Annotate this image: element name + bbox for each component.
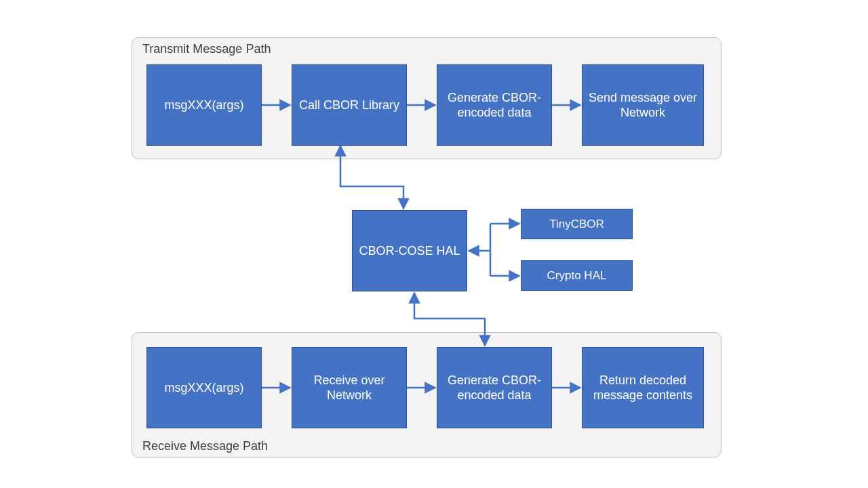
hal-block: CBOR-COSE HAL <box>352 210 467 291</box>
tx-lib-label: Call CBOR Library <box>299 98 399 113</box>
tx-lib-block: Call CBOR Library <box>292 64 407 146</box>
tx-msg-label: msgXXX(args) <box>164 98 243 113</box>
rx-gen-block: Generate CBOR-encoded data <box>437 347 552 428</box>
tinycbor-label: TinyCBOR <box>549 217 604 231</box>
rx-msg-label: msgXXX(args) <box>164 380 243 396</box>
rx-return-block: Return decoded message contents <box>582 347 704 428</box>
rx-msg-block: msgXXX(args) <box>146 347 262 428</box>
tx-gen-label: Generate CBOR-encoded data <box>441 90 547 121</box>
receive-group-title: Receive Message Path <box>142 439 268 453</box>
rx-return-label: Return decoded message contents <box>587 373 699 403</box>
rx-recv-block: Receive over Network <box>292 347 407 428</box>
rx-recv-label: Receive over Network <box>296 373 402 403</box>
tx-send-label: Send message over Network <box>587 90 699 121</box>
tx-send-block: Send message over Network <box>582 64 704 146</box>
transmit-group-title: Transmit Message Path <box>142 42 271 56</box>
tx-msg-block: msgXXX(args) <box>146 64 262 146</box>
cryptohal-label: Crypto HAL <box>547 268 607 283</box>
hal-label: CBOR-COSE HAL <box>359 243 460 259</box>
cryptohal-block: Crypto HAL <box>521 260 633 291</box>
rx-gen-label: Generate CBOR-encoded data <box>441 373 547 403</box>
tinycbor-block: TinyCBOR <box>521 209 633 239</box>
tx-gen-block: Generate CBOR-encoded data <box>437 64 552 146</box>
